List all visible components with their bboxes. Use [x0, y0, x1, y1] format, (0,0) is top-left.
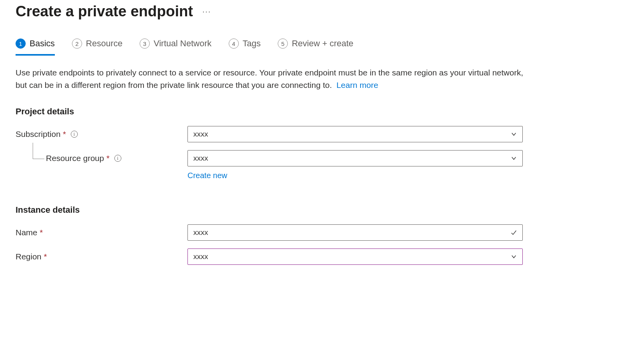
project-details-heading: Project details	[16, 107, 625, 117]
page-title: Create a private endpoint	[16, 3, 193, 20]
required-indicator: *	[106, 154, 109, 163]
tab-label: Review + create	[292, 38, 353, 49]
indent-connector-icon	[33, 143, 44, 159]
wizard-tabs: 1 Basics 2 Resource 3 Virtual Network 4 …	[16, 38, 625, 56]
chevron-down-icon	[511, 254, 517, 260]
required-indicator: *	[40, 228, 43, 237]
subscription-dropdown[interactable]: xxxx	[187, 126, 523, 142]
step-number-icon: 4	[229, 38, 239, 49]
tab-label: Resource	[86, 38, 123, 49]
instance-details-heading: Instance details	[16, 205, 625, 215]
region-dropdown[interactable]: xxxx	[187, 248, 523, 265]
checkmark-icon	[511, 229, 517, 236]
step-number-icon: 3	[140, 38, 150, 49]
required-indicator: *	[63, 130, 66, 139]
resource-group-dropdown[interactable]: xxxx	[187, 150, 523, 166]
tab-virtual-network[interactable]: 3 Virtual Network	[140, 38, 212, 56]
name-value: xxxx	[193, 228, 208, 237]
name-input[interactable]: xxxx	[187, 224, 523, 241]
name-label: Name *	[16, 228, 187, 237]
tab-resource[interactable]: 2 Resource	[72, 38, 123, 56]
subscription-label: Subscription * i	[16, 130, 187, 139]
learn-more-link[interactable]: Learn more	[336, 80, 378, 89]
tab-tags[interactable]: 4 Tags	[229, 38, 261, 56]
tab-label: Basics	[30, 38, 55, 49]
region-value: xxxx	[193, 252, 208, 261]
subscription-value: xxxx	[193, 130, 208, 138]
required-indicator: *	[44, 252, 47, 261]
tab-label: Tags	[243, 38, 261, 49]
tab-review-create[interactable]: 5 Review + create	[278, 38, 353, 56]
region-label: Region *	[16, 252, 187, 261]
tab-basics[interactable]: 1 Basics	[16, 38, 55, 56]
page-description: Use private endpoints to privately conne…	[16, 66, 529, 91]
chevron-down-icon	[511, 155, 517, 161]
step-number-icon: 5	[278, 38, 288, 49]
info-icon[interactable]: i	[71, 131, 78, 138]
create-new-link[interactable]: Create new	[187, 171, 227, 180]
resource-group-label: Resource group * i	[16, 154, 187, 163]
info-icon[interactable]: i	[114, 155, 121, 162]
step-number-icon: 1	[16, 38, 26, 49]
more-actions-icon[interactable]: ···	[202, 7, 211, 16]
step-number-icon: 2	[72, 38, 82, 49]
tab-label: Virtual Network	[154, 38, 212, 49]
resource-group-value: xxxx	[193, 154, 208, 163]
chevron-down-icon	[511, 131, 517, 137]
